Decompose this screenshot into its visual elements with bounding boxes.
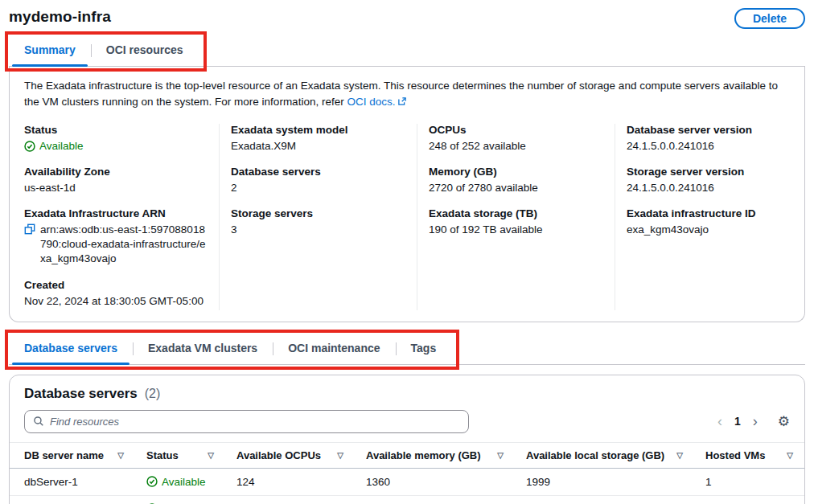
cell-db-server-name: dbServer-2 [10,495,146,504]
table-row: dbServer-1 Available 124 1360 1999 1 [10,468,804,495]
field-db-server-version: Database server version 24.1.5.0.0.24101… [627,124,780,154]
summary-column-4: Database server version 24.1.5.0.0.24101… [615,124,790,310]
pagination-next-icon[interactable]: › [753,414,758,428]
tab-oci-resources[interactable]: OCI resources [91,35,199,66]
column-header-db-server-name[interactable]: DB server name▽ [10,442,146,468]
field-status: Status Available [24,124,209,154]
top-tab-group: Summary OCI resources [9,35,199,66]
summary-panel: The Exadata infrastructure is the top-le… [9,67,805,322]
table-header-row: DB server name▽ Status▽ Available OCPUs▽… [10,442,804,468]
resource-tab-group: Database servers Exadata VM clusters OCI… [9,334,451,364]
field-storage-server-version: Storage server version 24.1.5.0.0.241016 [627,166,780,195]
summary-column-3: OCPUs 248 of 252 available Memory (GB) 2… [417,124,615,310]
arn-value: arn:aws:odb:us-east-1:597088018790:cloud… [24,223,209,267]
cell-available-memory: 1360 [366,495,526,504]
tab-oci-maintenance[interactable]: OCI maintenance [273,334,395,364]
field-created: Created Nov 22, 2024 at 18:30:05 GMT-05:… [24,279,209,309]
cell-status: Available [146,468,236,495]
resource-tabbar: Database servers Exadata VM clusters OCI… [9,334,805,365]
summary-column-2: Exadata system model Exadata.X9M Databas… [219,124,417,310]
status-available-icon [146,476,158,487]
sort-icon[interactable]: ▽ [117,451,124,460]
field-availability-zone: Availability Zone us-east-1d [24,166,209,195]
cell-available-local-storage: 1999 [526,495,705,504]
column-header-hosted-vms[interactable]: Hosted VMs▽ [705,442,804,468]
summary-field-grid: Status Available Availability Zone us-ea… [24,124,790,310]
pagination: ‹ 1 › ⚙ [717,414,790,428]
sort-icon[interactable]: ▽ [497,451,504,460]
copy-arn-icon[interactable] [24,223,35,267]
sort-icon[interactable]: ▽ [787,451,793,460]
tab-tags[interactable]: Tags [396,334,452,364]
tab-database-servers[interactable]: Database servers [9,334,133,364]
summary-column-1: Status Available Availability Zone us-ea… [24,124,219,310]
tab-exadata-vm-clusters[interactable]: Exadata VM clusters [133,334,273,364]
column-header-available-local-storage[interactable]: Available local storage (GB)▽ [526,442,705,468]
cell-available-local-storage: 1999 [526,468,705,495]
summary-description: The Exadata infrastructure is the top-le… [24,78,790,111]
panel-title: Database servers [24,386,138,401]
field-infrastructure-id: Exadata infrastructure ID exa_kgm43ovajo [627,207,780,237]
cell-status: Available [146,495,236,504]
resource-tabs-wrap: Database servers Exadata VM clusters OCI… [9,334,805,365]
field-memory: Memory (GB) 2720 of 2780 available [429,166,605,195]
oci-docs-link[interactable]: OCI docs. [347,96,407,108]
field-exadata-storage: Exadata storage (TB) 190 of 192 TB avail… [429,207,605,237]
pagination-page-1[interactable]: 1 [734,416,741,427]
delete-button[interactable]: Delete [734,8,805,29]
panel-header: Database servers (2) [10,386,804,402]
field-arn: Exadata Infrastructure ARN arn:aws:odb:u… [24,207,209,267]
page: mydemo-infra Delete Summary OCI resource… [0,0,814,504]
database-servers-table: DB server name▽ Status▽ Available OCPUs▽… [10,442,804,504]
table-controls: ‹ 1 › ⚙ [10,410,804,433]
tab-oci-resources-label: OCI resources [106,43,183,56]
external-link-icon [397,96,407,106]
page-title: mydemo-infra [9,8,111,26]
page-header: mydemo-infra Delete [9,8,805,29]
table-row: dbServer-2 Available 124 1360 1999 1 [10,495,804,504]
search-icon [33,416,44,427]
cell-available-ocpus: 124 [236,495,366,504]
sort-icon[interactable]: ▽ [337,451,343,460]
find-resources-input[interactable] [50,416,460,428]
status-value: Available [24,139,209,154]
tab-summary-label: Summary [24,43,76,56]
sort-icon[interactable]: ▽ [208,451,214,460]
top-tabbar: Summary OCI resources [9,35,805,67]
sort-icon[interactable]: ▽ [676,451,683,460]
field-storage-servers: Storage servers 3 [231,207,407,237]
field-database-servers: Database servers 2 [231,166,407,195]
field-system-model: Exadata system model Exadata.X9M [231,124,407,154]
cell-db-server-name: dbServer-1 [10,468,146,495]
tab-summary[interactable]: Summary [9,35,91,66]
cell-hosted-vms: 1 [705,468,804,495]
status-available-icon [24,141,35,152]
database-servers-panel: Database servers (2) ‹ 1 › ⚙ [9,375,805,504]
pagination-prev-icon[interactable]: ‹ [717,414,722,428]
column-header-available-memory[interactable]: Available memory (GB)▽ [366,442,526,468]
panel-count-badge: (2) [145,387,161,400]
cell-available-memory: 1360 [366,468,526,495]
cell-hosted-vms: 1 [705,495,804,504]
column-header-available-ocpus[interactable]: Available OCPUs▽ [236,442,366,468]
column-header-status[interactable]: Status▽ [146,442,236,468]
settings-gear-icon[interactable]: ⚙ [778,415,790,428]
field-ocpus: OCPUs 248 of 252 available [429,124,605,154]
cell-available-ocpus: 124 [236,468,366,495]
search-box[interactable] [24,410,469,433]
